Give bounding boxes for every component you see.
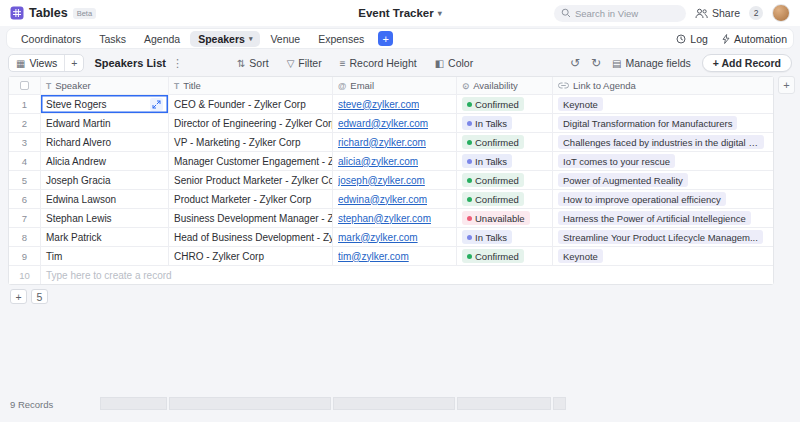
title-cell[interactable]: Senior Product Marketer - Zylker Corp (169, 171, 333, 189)
speaker-cell[interactable]: Tim (41, 247, 169, 265)
speaker-cell[interactable]: Stephan Lewis (41, 209, 169, 227)
speaker-cell[interactable]: Edwina Lawson (41, 190, 169, 208)
column-header-email[interactable]: @ Email (333, 77, 457, 94)
column-header-availability[interactable]: ⊙ Availability (457, 77, 553, 94)
row-number[interactable]: 5 (9, 171, 41, 189)
search-box[interactable] (554, 5, 686, 22)
add-table-button[interactable]: + (378, 31, 393, 46)
row-number[interactable]: 6 (9, 190, 41, 208)
add-record-button[interactable]: + Add Record (702, 54, 792, 72)
user-avatar[interactable] (772, 4, 790, 22)
tab-venue[interactable]: Venue (262, 31, 308, 47)
row-number[interactable]: 8 (9, 228, 41, 246)
agenda-cell[interactable]: Keynote (553, 247, 771, 265)
add-row-count[interactable]: 5 (31, 289, 48, 304)
availability-cell[interactable]: In Talks (457, 152, 553, 170)
automation-button[interactable]: Automation (722, 33, 787, 45)
email-cell[interactable]: richard@zylker.com (333, 133, 457, 151)
title-cell[interactable]: CHRO - Zylker Corp (169, 247, 333, 265)
column-header-link-to-agenda[interactable]: Link to Agenda (553, 77, 771, 94)
agenda-cell[interactable]: Digital Transformation for Manufacturers (553, 114, 771, 132)
new-record-placeholder[interactable]: Type here to create a record (41, 266, 773, 284)
speaker-cell[interactable]: Richard Alvero (41, 133, 169, 151)
row-number[interactable]: 1 (9, 95, 41, 113)
speaker-cell[interactable]: Mark Patrick (41, 228, 169, 246)
email-cell[interactable]: alicia@zylker.com (333, 152, 457, 170)
availability-cell[interactable]: Confirmed (457, 95, 553, 113)
email-cell[interactable]: tim@zylker.com (333, 247, 457, 265)
new-record-row[interactable]: 10 Type here to create a record (9, 265, 773, 284)
tab-tasks[interactable]: Tasks (91, 31, 134, 47)
log-button[interactable]: Log (676, 33, 708, 45)
email-link[interactable]: mark@zylker.com (338, 232, 418, 243)
add-view-button[interactable]: + (65, 57, 83, 69)
email-link[interactable]: edwina@zylker.com (338, 194, 427, 205)
agenda-cell[interactable]: Power of Augmented Reality (553, 171, 771, 189)
availability-cell[interactable]: Unavailable (457, 209, 553, 227)
availability-cell[interactable]: Confirmed (457, 190, 553, 208)
add-field-button[interactable]: + (778, 76, 795, 94)
email-link[interactable]: joseph@zylker.com (338, 175, 425, 186)
email-cell[interactable]: edwina@zylker.com (333, 190, 457, 208)
agenda-cell[interactable]: How to improve operational efficiency (553, 190, 771, 208)
email-link[interactable]: stephan@zylker.com (338, 213, 431, 224)
title-cell[interactable]: VP - Marketing - Zylker Corp (169, 133, 333, 151)
add-row-button[interactable]: + (10, 289, 27, 304)
availability-cell[interactable]: Confirmed (457, 133, 553, 151)
row-number[interactable]: 7 (9, 209, 41, 227)
row-number[interactable]: 3 (9, 133, 41, 151)
search-input[interactable] (575, 8, 675, 19)
agenda-cell[interactable]: Keynote (553, 95, 771, 113)
email-link[interactable]: steve@zylker.com (338, 99, 419, 110)
agenda-cell[interactable]: Challenges faced by industries in the di… (553, 133, 771, 151)
manage-fields-button[interactable]: ▤ Manage fields (612, 57, 691, 69)
redo-icon[interactable]: ↻ (591, 56, 601, 70)
agenda-cell[interactable]: Streamline Your Product Lifecycle Manage… (553, 228, 771, 246)
title-cell[interactable]: CEO & Founder - Zylker Corp (169, 95, 333, 113)
row-number[interactable]: 4 (9, 152, 41, 170)
email-cell[interactable]: joseph@zylker.com (333, 171, 457, 189)
email-link[interactable]: richard@zylker.com (338, 137, 426, 148)
title-cell[interactable]: Product Marketer - Zylker Corp (169, 190, 333, 208)
row-number[interactable]: 9 (9, 247, 41, 265)
speaker-cell[interactable]: Joseph Gracia (41, 171, 169, 189)
email-cell[interactable]: stephan@zylker.com (333, 209, 457, 227)
email-cell[interactable]: edward@zylker.com (333, 114, 457, 132)
tab-agenda[interactable]: Agenda (136, 31, 188, 47)
availability-cell[interactable]: Confirmed (457, 247, 553, 265)
expand-record-icon[interactable] (150, 98, 163, 111)
column-summary-cell[interactable] (169, 397, 331, 410)
tab-speakers[interactable]: Speakers ▾ (190, 31, 260, 47)
filter-button[interactable]: ▽ Filter (287, 57, 322, 69)
views-button[interactable]: ▦ Views (9, 57, 64, 69)
title-cell[interactable]: Head of Business Development - Zylker Co… (169, 228, 333, 246)
speaker-cell-selected[interactable]: Steve Rogers (41, 95, 169, 113)
email-link[interactable]: alicia@zylker.com (338, 156, 418, 167)
share-button[interactable]: Share (695, 7, 740, 19)
email-link[interactable]: tim@zylker.com (338, 251, 409, 262)
select-all-checkbox[interactable] (9, 77, 41, 94)
column-summary-cell[interactable] (553, 397, 566, 410)
email-cell[interactable]: mark@zylker.com (333, 228, 457, 246)
agenda-cell[interactable]: Harness the Power of Artificial Intelleg… (553, 209, 771, 227)
email-link[interactable]: edward@zylker.com (338, 118, 428, 129)
column-header-speaker[interactable]: T Speaker (41, 77, 169, 94)
column-summary-cell[interactable] (333, 397, 455, 410)
color-button[interactable]: ◧ Color (435, 57, 474, 69)
tab-coordinators[interactable]: Coordinators (13, 31, 89, 47)
undo-icon[interactable]: ↺ (570, 56, 580, 70)
availability-cell[interactable]: Confirmed (457, 171, 553, 189)
workspace-switcher[interactable]: Event Tracker ▾ (358, 7, 441, 19)
record-height-button[interactable]: ≡ Record Height (340, 57, 417, 69)
view-options-kebab-icon[interactable]: ⋮ (172, 57, 183, 70)
speaker-cell[interactable]: Edward Martin (41, 114, 169, 132)
row-number[interactable]: 2 (9, 114, 41, 132)
agenda-cell[interactable]: IoT comes to your rescue (553, 152, 771, 170)
availability-cell[interactable]: In Talks (457, 114, 553, 132)
collaborator-count-badge[interactable]: 2 (749, 6, 763, 20)
column-header-title[interactable]: T Title (169, 77, 333, 94)
title-cell[interactable]: Manager Customer Engagement - Zylker Cor… (169, 152, 333, 170)
email-cell[interactable]: steve@zylker.com (333, 95, 457, 113)
title-cell[interactable]: Director of Engineering - Zylker Corp (169, 114, 333, 132)
sort-button[interactable]: ⇅ Sort (237, 57, 269, 69)
